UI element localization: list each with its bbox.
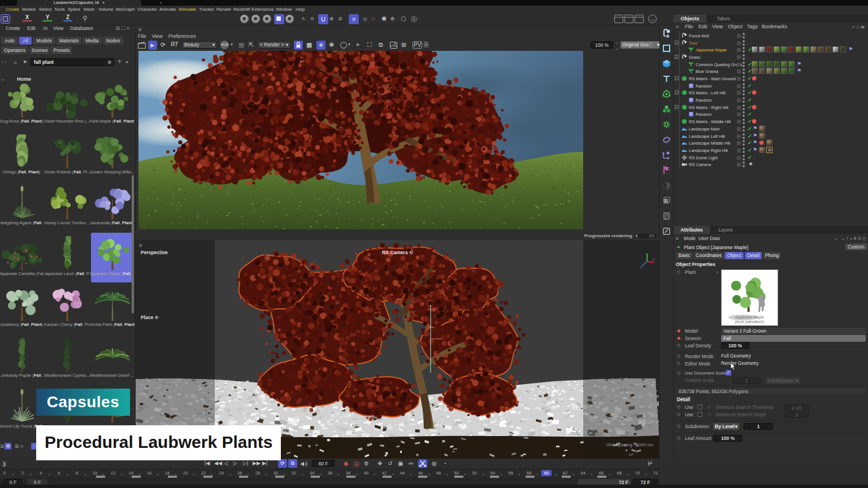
svg-text:Z: Z [640, 265, 643, 268]
svg-text:(Acer palmatum): (Acer palmatum) [735, 320, 764, 324]
svg-text:X: X [652, 258, 654, 262]
svg-text:Japanese Maple: Japanese Maple [735, 315, 763, 320]
svg-text:Y: Y [646, 253, 648, 256]
